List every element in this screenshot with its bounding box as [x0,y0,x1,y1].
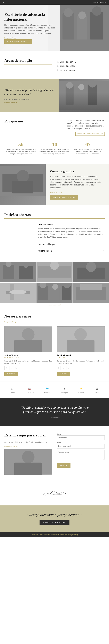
gallery-section: Imagens de Freepik [0,262,109,308]
partner-btn-jeffrey[interactable]: VEJA MAIS [4,372,18,376]
why-more-button[interactable]: CONSULTE MAIS INFORMAÇÃO [76,132,105,136]
stat-3: 67 Parceiros no exterior. Temos parceiro… [71,140,105,156]
partners-credit-source: Freepik [12,321,17,323]
consulta-cta-button[interactable]: MARQUE UMA CONSULTA [50,195,78,200]
consulta-credit-prefix: Imagem de [50,192,57,193]
apoio-svg [4,449,52,475]
accordion-criminal-title: Criminal lawyer [38,224,53,226]
facebook-icon-ana[interactable]: f [57,366,60,370]
svg-point-45 [22,328,34,340]
form-email-input[interactable] [57,444,105,448]
icon-item-servicos[interactable]: ◈ SERVIÇOS [61,386,68,394]
svg-point-51 [22,451,34,463]
final-quote-section: "Justiça atrasada é justiça negada." POL… [0,506,109,532]
consulta-credit: Imagem de Freepik [50,192,105,193]
form-email-label: Email [57,442,105,443]
form-message-textarea[interactable] [57,450,105,460]
linkedin-icon-jeffrey[interactable]: in [14,366,18,370]
ana-svg [57,326,105,352]
icon-item-rapido[interactable]: ⚡ RÁPIDO [78,386,84,394]
quote-credit-source: Freepik [12,102,17,103]
partner-btn-ana[interactable]: VEJA MAIS [57,372,70,376]
svg-point-13 [78,84,84,90]
quote-right-image [59,79,109,112]
hero-credit-source: Freepik [12,37,17,39]
facebook-icon-jeffrey[interactable]: f [4,366,8,370]
consulta-text: Saiba mais que você pode ser dificil enc… [50,175,105,189]
icon-item-twitter[interactable]: 🐦 TWITTER [44,386,50,394]
form-email-group: Email [57,442,105,448]
apoio-title: Estamos aqui para apoiar [4,433,52,439]
icon-label-twitter: TWITTER [44,392,50,394]
svg-rect-18 [12,181,33,194]
hero-title: Escritório de advocacia internacional [4,12,56,22]
icon-label-advogado: ADVOGADO [26,392,34,394]
gallery-svg-4 [0,283,36,303]
apoio-left: Estamos aqui para apoiar Sample text. Cl… [4,433,52,475]
hero-overlay: Escritório de advocacia internacional Nó… [0,5,60,51]
jeffrey-svg [4,326,52,352]
svg-rect-21 [19,266,33,279]
gallery-item-2 [36,262,72,282]
apoio-image [4,449,52,475]
scale-icon: ⚖ [10,386,15,391]
gallery-credit-source: Freepik [56,304,61,306]
icon-item-menu[interactable]: ⊞ MENU [94,386,100,394]
twitter-icon-ana[interactable]: t [62,366,66,370]
area-item-3: 3. Lei de Imigração [58,68,105,72]
svg-rect-11 [88,84,97,105]
grid-icon: ⊞ [94,386,100,391]
dark-quote-text: "Na Libra, entendemos a importância da c… [18,405,91,414]
signature-section [0,482,109,506]
stat-2: 10 Locais domésticos. Temos escritórios … [38,140,71,156]
accordion-articling-title: Articling student [38,250,52,252]
accordion-criminal-header[interactable]: Criminal lawyer ∧ [38,222,105,228]
partners-section: Nossos parceiros Imagens de Freepik Jeff… [0,308,109,382]
apoio-text: Sample text. Click to select the Text El… [4,441,52,444]
stat-1-number: 5k [6,142,36,148]
partner-text-ana: Sample text. Click to select the text bo… [57,360,105,364]
why-description: Comprometidos em fornecer o que você pre… [67,119,105,130]
icon-item-advogado[interactable]: 📖 ADVOGADO [26,386,34,394]
gallery-item-5 [36,283,72,303]
partner-social-ana: f t in [57,366,105,370]
hero-description: Nós entendemos seus desafios. Não nos es… [4,24,56,35]
icon-label-menu: MENU [95,392,99,394]
accordion-articling-header[interactable]: Articling student ∨ [38,248,105,254]
partner-card-jeffrey: Jeffrey Brown LÍDER CRIATIVO Sample text… [4,326,52,376]
form-submit-button[interactable]: ENVIAR [57,463,70,468]
linkedin-icon-ana[interactable]: in [66,366,70,370]
form-name-input[interactable] [57,436,105,440]
gallery-svg-2 [36,262,72,282]
gallery-item-4 [0,283,36,303]
hero-cta-button[interactable]: MARQUE UMA CONSULTA [4,39,32,44]
svg-rect-2 [62,13,74,40]
consulta-image [0,164,46,205]
stat-3-number: 67 [73,142,103,148]
twitter-icon-jeffrey[interactable]: t [9,366,13,370]
signature-image [4,486,105,500]
svg-point-39 [52,284,58,290]
gallery-svg-6 [73,283,109,303]
areas-list: 1. Direito da Família 2. Direito Imobili… [58,58,105,72]
apoio-form: Nome Email ENVIAR [57,433,105,468]
lightning-icon: ⚡ [79,386,84,391]
book-icon: 📖 [27,386,32,391]
svg-point-48 [74,328,87,340]
svg-rect-10 [78,88,85,104]
svg-point-17 [16,170,29,182]
svg-rect-52 [14,462,42,475]
logo: ≡ [3,1,4,4]
stat-1: 5k Sócios, advogados, escritórios jurídi… [4,140,38,156]
stats-row: 5k Sócios, advogados, escritórios jurídi… [4,140,105,156]
apoio-credit-source: Campos [12,446,18,447]
final-quote-button[interactable]: POLITICA DO ESCRITÓRIO [40,520,70,525]
apoio-section: Estamos aqui para apoiar Sample text. Cl… [0,426,109,482]
areas-title: Áreas de atuação [4,58,52,64]
quote-image-placeholder [59,79,109,112]
why-header: Por que nós Comprometidos em fornecer o … [4,119,105,136]
gallery-item-3 [73,262,109,282]
accordion-commercial-header[interactable]: Commercial lawyer ∨ [38,242,105,247]
gallery-credit-prefix: Imagens de [48,304,56,306]
icon-item-direito[interactable]: ⚖ DIREITO [10,386,16,394]
